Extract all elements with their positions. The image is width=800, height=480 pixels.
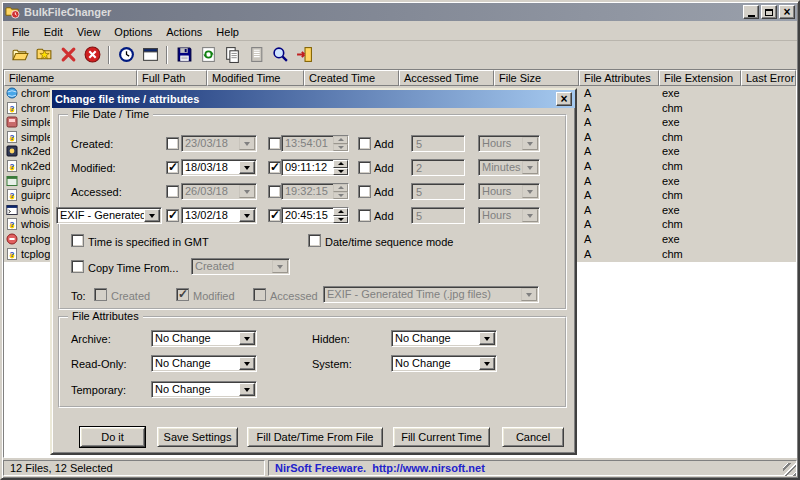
change-time-dialog: Change file time / attributes × File Dat…	[50, 88, 577, 455]
close-button[interactable]: ×	[779, 5, 795, 19]
created-date-select-value: 23/03/18	[182, 137, 239, 150]
exit-button[interactable]	[292, 44, 316, 66]
dropdown-arrow-icon[interactable]	[239, 357, 255, 370]
properties-window-button[interactable]	[138, 44, 162, 66]
do-it-button[interactable]: Do it	[80, 427, 145, 447]
change-time-button[interactable]	[114, 44, 138, 66]
toolbar	[3, 41, 797, 68]
file-type-icon: ?	[6, 248, 18, 260]
archive-select[interactable]: No Change	[151, 330, 257, 347]
file-type-icon	[6, 175, 18, 187]
accessed-add-checkbox[interactable]	[358, 185, 371, 198]
to-label: To:	[71, 290, 86, 303]
sequence-mode-checkbox[interactable]	[308, 234, 321, 247]
find-button[interactable]	[268, 44, 292, 66]
column-header-accessed-time[interactable]: Accessed Time	[399, 70, 494, 86]
modified-add-value-field: 2	[411, 159, 465, 176]
accessed-row-label: Accessed:	[71, 186, 122, 199]
menu-help[interactable]: Help	[209, 24, 246, 40]
exif-time-spinner[interactable]: 20:45:15	[281, 207, 349, 224]
copy-time-from-checkbox[interactable]	[71, 260, 84, 273]
add-files-button[interactable]	[32, 44, 56, 66]
exif-time-checkbox[interactable]	[268, 209, 281, 222]
file-extension: chm	[662, 248, 683, 260]
exif-source-select[interactable]: EXIF - Generated	[56, 207, 162, 224]
spin-up-icon[interactable]	[333, 160, 348, 168]
dropdown-arrow-icon[interactable]	[239, 209, 255, 222]
refresh-icon	[200, 46, 217, 63]
dialog-title: Change file time / attributes	[55, 93, 554, 105]
modified-date-checkbox[interactable]	[166, 161, 179, 174]
menu-edit[interactable]: Edit	[37, 24, 70, 40]
exif-add-checkbox[interactable]	[358, 209, 371, 222]
clear-list-button[interactable]	[80, 44, 104, 66]
maximize-button[interactable]	[761, 5, 777, 19]
exif-date-select-value: 13/02/18	[182, 209, 239, 222]
column-header-file-extension[interactable]: File Extension	[659, 70, 741, 86]
menu-view[interactable]: View	[70, 24, 108, 40]
cancel-button[interactable]: Cancel	[502, 427, 564, 447]
column-header-file-size[interactable]: File Size	[494, 70, 579, 86]
dropdown-arrow-icon[interactable]	[239, 383, 255, 396]
file-name: tcplog	[21, 248, 50, 260]
file-name: guipro	[21, 175, 52, 187]
file-attributes: A	[584, 160, 591, 172]
copy-button[interactable]	[220, 44, 244, 66]
dropdown-arrow-icon[interactable]	[479, 332, 495, 345]
modified-date-select[interactable]: 18/03/18	[181, 159, 257, 176]
spin-up-icon[interactable]	[333, 208, 348, 216]
modified-add-checkbox[interactable]	[358, 161, 371, 174]
spin-down-icon[interactable]	[333, 168, 348, 176]
created-time-checkbox[interactable]	[268, 137, 281, 150]
hidden-select[interactable]: No Change	[391, 330, 497, 347]
accessed-time-checkbox[interactable]	[268, 185, 281, 198]
properties-button[interactable]	[244, 44, 268, 66]
file-attributes: A	[584, 145, 591, 157]
refresh-button[interactable]	[196, 44, 220, 66]
spin-down-icon[interactable]	[333, 216, 348, 224]
system-select[interactable]: No Change	[391, 355, 497, 372]
fill-datetime-from-file-button[interactable]: Fill Date/Time From File	[247, 427, 383, 447]
to-accessed-checkbox	[253, 288, 266, 301]
to-accessed-label: Accessed	[270, 290, 318, 303]
save-settings-button[interactable]: Save Settings	[157, 427, 238, 447]
dropdown-arrow-icon[interactable]	[239, 332, 255, 345]
dropdown-arrow-icon[interactable]	[479, 357, 495, 370]
remove-files-button[interactable]	[56, 44, 80, 66]
read-only-select[interactable]: No Change	[151, 355, 257, 372]
column-header-modified-time[interactable]: Modified Time	[207, 70, 304, 86]
column-header-last-error[interactable]: Last Error	[741, 70, 796, 86]
temporary-select[interactable]: No Change	[151, 381, 257, 398]
dialog-close-button[interactable]: ×	[556, 92, 572, 106]
created-date-checkbox[interactable]	[166, 137, 179, 150]
column-header-full-path[interactable]: Full Path	[137, 70, 207, 86]
exif-date-checkbox[interactable]	[166, 209, 179, 222]
save-button[interactable]	[172, 44, 196, 66]
dropdown-arrow-icon	[522, 161, 538, 174]
resize-grip[interactable]	[783, 463, 796, 476]
dropdown-arrow-icon[interactable]	[239, 161, 255, 174]
file-type-icon	[6, 145, 18, 157]
column-header-filename[interactable]: Filename	[4, 70, 137, 86]
modified-time-checkbox[interactable]	[268, 161, 281, 174]
file-extension: exe	[662, 204, 680, 216]
minimize-button[interactable]	[743, 5, 759, 19]
fill-current-time-button[interactable]: Fill Current Time	[393, 427, 490, 447]
menu-actions[interactable]: Actions	[159, 24, 209, 40]
gmt-checkbox[interactable]	[71, 234, 84, 247]
menu-options[interactable]: Options	[107, 24, 159, 40]
file-name: guipro	[21, 189, 52, 201]
created-add-checkbox[interactable]	[358, 137, 371, 150]
column-header-file-attributes[interactable]: File Attributes	[579, 70, 659, 86]
accessed-date-checkbox[interactable]	[166, 185, 179, 198]
nirsoft-link[interactable]: NirSoft Freeware. http://www.nirsoft.net	[275, 462, 485, 474]
file-type-icon	[6, 233, 18, 245]
open-folder-button[interactable]	[8, 44, 32, 66]
column-header-created-time[interactable]: Created Time	[304, 70, 399, 86]
dropdown-arrow-icon[interactable]	[144, 209, 160, 222]
to-modified-checkbox	[176, 288, 189, 301]
menu-file[interactable]: File	[5, 24, 37, 40]
exif-date-select[interactable]: 13/02/18	[181, 207, 257, 224]
open-folder-icon	[12, 46, 29, 63]
modified-time-spinner[interactable]: 09:11:12	[281, 159, 349, 176]
